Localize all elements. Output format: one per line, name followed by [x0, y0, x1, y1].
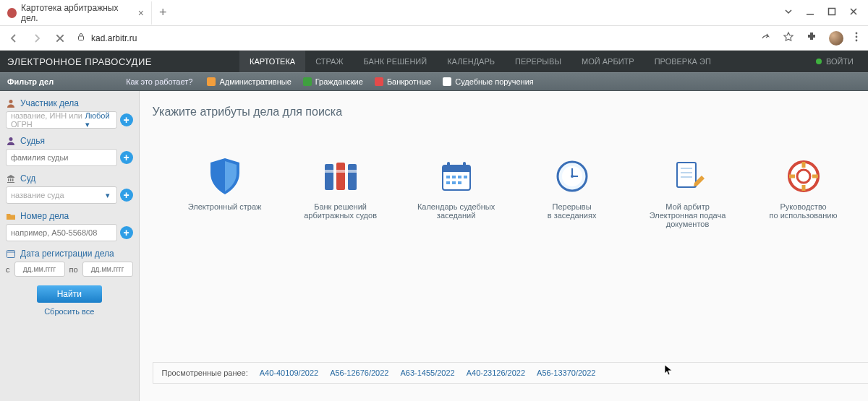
card-breaks[interactable]: Перерывы в заседаниях	[514, 155, 630, 228]
site-header: ЭЛЕКТРОННОЕ ПРАВОСУДИЕ КАРТОТЕКА СТРАЖ Б…	[0, 51, 868, 72]
calendar-large-icon	[399, 155, 514, 198]
svg-point-29	[571, 175, 574, 178]
svg-point-6	[9, 100, 13, 103]
date-from-input[interactable]	[14, 262, 65, 277]
chip-color-icon	[375, 77, 383, 86]
date-to-label: по	[69, 265, 78, 274]
card-electronic-guard[interactable]: Электронный страж	[167, 155, 283, 228]
court-input[interactable]: название суда ▾	[6, 186, 117, 204]
add-participant-button[interactable]: +	[120, 113, 133, 126]
how-it-works-link[interactable]: Как это работает?	[126, 77, 192, 86]
chip-civil[interactable]: Гражданские	[303, 77, 363, 86]
svg-rect-2	[79, 36, 84, 40]
svg-rect-1	[829, 9, 835, 15]
recent-case-link[interactable]: А63-1455/2022	[400, 368, 454, 377]
tab-title: Картотека арбитражных дел.	[21, 3, 129, 23]
nav-straz[interactable]: СТРАЖ	[305, 51, 353, 72]
add-case-button[interactable]: +	[120, 226, 133, 239]
card-my-arbitr[interactable]: Мой арбитр Электронная подача документов	[630, 155, 746, 228]
window-close-icon[interactable]	[849, 7, 858, 18]
reload-cancel-icon[interactable]	[54, 33, 67, 43]
date-from-label: с	[6, 265, 10, 274]
url-field[interactable]: kad.arbitr.ru	[77, 33, 749, 43]
menu-dots-icon[interactable]	[855, 31, 858, 45]
svg-rect-24	[458, 181, 461, 184]
recently-viewed: Просмотренные ранее: А40-40109/2022 А56-…	[153, 362, 868, 384]
window-minimize-icon[interactable]	[806, 7, 814, 18]
folder-icon	[6, 211, 16, 221]
search-button[interactable]: Найти	[37, 285, 102, 303]
chip-administrative[interactable]: Административные	[207, 77, 291, 86]
lifebuoy-icon	[746, 155, 861, 198]
nav-check-ep[interactable]: ПРОВЕРКА ЭП	[644, 51, 721, 72]
participant-input[interactable]: название, ИНН или ОГРН Любой ▾	[6, 111, 117, 129]
share-icon[interactable]	[760, 31, 771, 45]
svg-rect-16	[447, 162, 450, 168]
login-button[interactable]: ВОЙТИ	[809, 57, 861, 66]
participant-type-dropdown[interactable]: Любой ▾	[85, 111, 112, 129]
add-court-button[interactable]: +	[120, 189, 133, 202]
nav-pereryvy[interactable]: ПЕРЕРЫВЫ	[505, 51, 571, 72]
case-number-input[interactable]	[6, 224, 117, 241]
filter-sidebar: Участник дела название, ИНН или ОГРН Люб…	[0, 91, 140, 401]
new-tab-button[interactable]: +	[152, 5, 174, 20]
recent-label: Просмотренные ранее:	[162, 368, 248, 377]
nav-bank[interactable]: БАНК РЕШЕНИЙ	[354, 51, 438, 72]
chip-label: Судебные поручения	[455, 77, 534, 86]
judge-label: Судья	[6, 136, 133, 146]
svg-rect-23	[452, 181, 456, 184]
svg-point-3	[856, 33, 858, 35]
back-icon[interactable]	[7, 33, 20, 44]
add-judge-button[interactable]: +	[120, 151, 133, 164]
nav-kartoteka[interactable]: КАРТОТЕКА	[239, 51, 305, 72]
chip-court-orders[interactable]: Судебные поручения	[443, 77, 534, 86]
binders-icon	[283, 155, 399, 198]
url-text: kad.arbitr.ru	[91, 33, 137, 43]
browser-tab[interactable]: Картотека арбитражных дел. ×	[0, 1, 152, 25]
svg-rect-15	[443, 165, 470, 172]
document-pen-icon	[630, 155, 746, 198]
profile-avatar[interactable]	[829, 31, 843, 46]
svg-rect-8	[7, 251, 15, 258]
svg-point-7	[9, 137, 13, 141]
chip-color-icon	[443, 77, 451, 86]
browser-address-bar: kad.arbitr.ru	[0, 26, 868, 51]
close-icon[interactable]: ×	[138, 7, 144, 19]
svg-point-35	[797, 170, 810, 183]
reset-link[interactable]: Сбросить все	[6, 307, 133, 316]
chip-bankruptcy[interactable]: Банкротные	[375, 77, 431, 86]
svg-rect-19	[452, 176, 456, 178]
chevron-down-icon[interactable]	[784, 7, 793, 18]
card-sessions-calendar[interactable]: Календарь судебных заседаний	[399, 155, 514, 228]
chip-label: Банкротные	[387, 77, 431, 86]
chip-label: Административные	[219, 77, 291, 86]
card-guide[interactable]: Руководство по использованию	[746, 155, 861, 228]
svg-rect-10	[325, 164, 333, 190]
svg-rect-22	[446, 181, 450, 184]
extensions-icon[interactable]	[806, 31, 817, 45]
star-icon[interactable]	[783, 31, 794, 45]
brand-title: ЭЛЕКТРОННОЕ ПРАВОСУДИЕ	[7, 56, 152, 67]
clock-icon	[514, 155, 630, 198]
login-label: ВОЙТИ	[826, 57, 854, 66]
nav-my-arbitr[interactable]: МОЙ АРБИТР	[571, 51, 644, 72]
tab-favicon	[7, 8, 17, 18]
recent-case-link[interactable]: А56-13370/2022	[537, 368, 595, 377]
card-decisions-bank[interactable]: Банк решений арбитражных судов	[283, 155, 399, 228]
nav-calendar[interactable]: КАЛЕНДАРЬ	[437, 51, 505, 72]
mouse-cursor-icon	[664, 364, 673, 377]
judge-input[interactable]	[6, 149, 117, 166]
recent-case-link[interactable]: А56-12676/2022	[330, 368, 388, 377]
regdate-label: Дата регистрации дела	[6, 249, 133, 259]
chip-label: Гражданские	[315, 77, 363, 86]
court-dropdown-icon[interactable]: ▾	[106, 191, 112, 200]
recent-case-link[interactable]: А40-40109/2022	[260, 368, 318, 377]
svg-rect-12	[348, 164, 357, 190]
forward-icon[interactable]	[30, 33, 43, 44]
date-to-input[interactable]	[82, 262, 133, 277]
participant-label: Участник дела	[6, 98, 133, 108]
svg-rect-18	[446, 176, 450, 178]
recent-case-link[interactable]: А40-23126/2022	[467, 368, 525, 377]
court-icon	[6, 173, 16, 184]
window-maximize-icon[interactable]	[827, 7, 836, 18]
